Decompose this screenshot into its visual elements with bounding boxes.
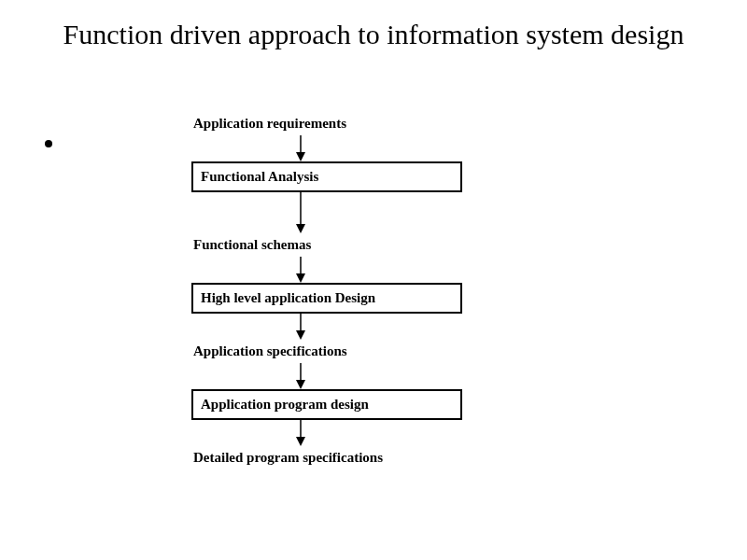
svg-marker-1 (296, 152, 305, 161)
down-arrow-icon (294, 135, 307, 161)
flow-diagram: Application requirements Functional Anal… (191, 112, 528, 469)
arrow-5 (191, 363, 528, 389)
arrow-1 (191, 135, 528, 161)
down-arrow-icon (294, 257, 307, 283)
step-label-3: Application specifications (191, 340, 528, 363)
down-arrow-icon (294, 420, 307, 446)
down-arrow-icon (294, 314, 307, 340)
arrow-3 (191, 257, 528, 283)
step-label-4: Detailed program specifications (191, 446, 528, 469)
svg-marker-5 (296, 273, 305, 283)
arrow-6 (191, 420, 528, 446)
down-arrow-icon (294, 363, 307, 389)
down-arrow-icon (294, 192, 307, 233)
svg-marker-7 (296, 330, 305, 340)
arrow-4 (191, 314, 528, 340)
step-box-1: Functional Analysis (191, 161, 462, 192)
page-title: Function driven approach to information … (0, 0, 747, 52)
svg-marker-9 (296, 380, 305, 389)
step-box-3: Application program design (191, 389, 462, 420)
svg-marker-3 (296, 224, 305, 233)
step-label-1: Application requirements (191, 112, 528, 135)
step-box-2: High level application Design (191, 283, 462, 314)
bullet-marker (45, 140, 52, 147)
step-label-2: Functional schemas (191, 233, 528, 257)
arrow-2 (191, 192, 528, 233)
svg-marker-11 (296, 437, 305, 446)
